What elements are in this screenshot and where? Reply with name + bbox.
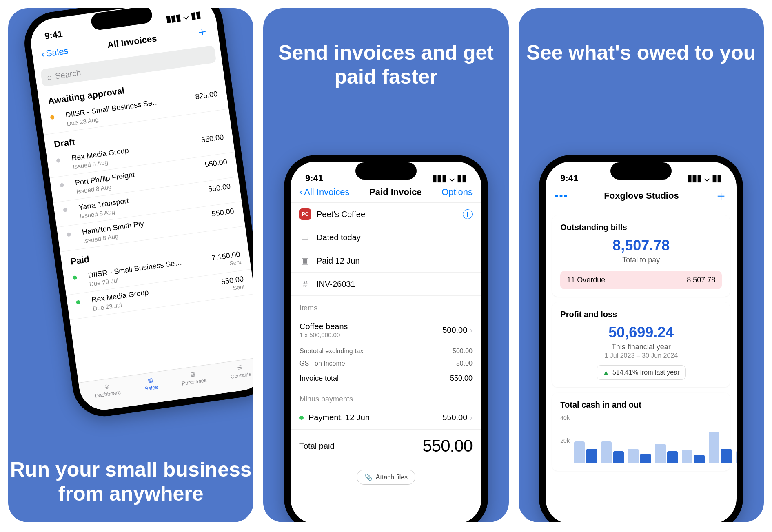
status-dot-icon	[299, 416, 304, 420]
options-button[interactable]: Options	[441, 187, 473, 197]
pl-amount: 50,699.24	[560, 324, 722, 341]
outstanding-bills-card[interactable]: Outstanding bills 8,507.78 Total to pay …	[552, 215, 730, 297]
back-button[interactable]: ‹ All Invoices	[299, 187, 350, 197]
tab-dashboard[interactable]: ◎ Dashboard	[93, 381, 121, 399]
bar-group	[709, 432, 732, 463]
axis-tick-20: 20k	[560, 437, 570, 444]
screen-dashboard: 9:41 ▮▮▮ ⌵ ▮▮ ••• Foxglove Studios ＋ Out…	[546, 162, 737, 522]
chevron-left-icon: ‹	[41, 49, 45, 60]
subtotal-label: Subtotal excluding tax	[299, 348, 364, 355]
phone-frame: 9:41 ▮▮▮ ⌵ ▮▮ ••• Foxglove Studios ＋ Out…	[539, 155, 743, 522]
overdue-label: 11 Overdue	[567, 276, 605, 284]
status-dot-icon	[67, 232, 71, 237]
bar-group	[601, 441, 624, 463]
add-button[interactable]: ＋	[195, 22, 210, 42]
card-title: Total cash in and out	[560, 400, 722, 410]
contact-name: Peet's Coffee	[317, 210, 365, 219]
info-icon[interactable]: i	[463, 209, 473, 219]
back-label: Sales	[45, 46, 69, 59]
bar-group	[736, 451, 737, 463]
bar-cash-in	[655, 444, 666, 463]
gst-value: 50.00	[456, 360, 473, 367]
invoice-amount: 550.00	[204, 157, 228, 169]
axis-tick-40: 40k	[560, 415, 570, 421]
chevron-right-icon: ›	[470, 326, 473, 335]
search-placeholder: Search	[55, 68, 82, 81]
invoice-amount: 550.00	[208, 182, 231, 193]
document-icon: ▤	[147, 377, 153, 384]
promo-panel-2: Send invoices and get paid faster 9:41 ▮…	[263, 8, 508, 522]
total-paid-label: Total paid	[299, 441, 335, 451]
tab-label: Dashboard	[95, 389, 121, 399]
overdue-amount: 8,507.78	[687, 276, 715, 284]
hash-icon: #	[299, 278, 311, 290]
status-time: 9:41	[560, 173, 578, 184]
cash-bar-chart: 40k 20k	[560, 415, 722, 463]
bar-cash-out	[613, 451, 624, 463]
tab-purchases[interactable]: ▥ Purchases	[180, 369, 207, 386]
bar-cash-out	[586, 449, 597, 463]
invoice-amount: 550.00	[211, 207, 235, 218]
date-row[interactable]: ▭ Dated today	[291, 226, 481, 249]
back-button[interactable]: ‹ Sales	[41, 46, 69, 60]
status-icons: ▮▮▮ ⌵ ▮▮	[687, 173, 722, 184]
item-name: Coffee beans	[299, 322, 348, 331]
bar-cash-in	[709, 432, 719, 463]
panel-tagline: Send invoices and get paid faster	[263, 41, 508, 89]
tab-sales[interactable]: ▤ Sales	[143, 376, 158, 392]
status-dot-icon	[63, 208, 67, 212]
profit-loss-card[interactable]: Profit and loss 50,699.24 This financial…	[552, 302, 730, 387]
wifi-icon: ⌵	[182, 11, 189, 22]
dashboard-icon: ◎	[104, 383, 109, 390]
cart-icon: ▥	[190, 371, 196, 378]
chevron-right-icon: ›	[470, 413, 473, 422]
gst-label: GST on Income	[299, 360, 345, 367]
tab-label: Purchases	[181, 377, 207, 386]
bills-amount: 8,507.78	[560, 237, 722, 254]
minus-payments-label: Minus payments	[291, 387, 481, 406]
bills-sub: Total to pay	[560, 256, 722, 264]
screen-paid-invoice: 9:41 ▮▮▮ ⌵ ▮▮ ‹ All Invoices Paid Invoic…	[291, 162, 481, 522]
card-title: Profit and loss	[560, 310, 722, 319]
cash-card[interactable]: Total cash in and out 40k 20k	[552, 393, 730, 471]
gst-row: GST on Income 50.00	[291, 357, 481, 370]
screen-all-invoices: 9:41 ▮▮▮ ⌵ ▮▮ ‹ Sales All Invoices ＋ ⌕ S…	[28, 8, 253, 413]
total-paid-row: Total paid 550.00	[291, 429, 481, 462]
invoice-total-row: Invoice total 550.00	[291, 370, 481, 387]
status-time: 9:41	[305, 173, 323, 184]
payment-row[interactable]: Payment, 12 Jun 550.00 ›	[291, 406, 481, 429]
pl-sub: This financial year	[560, 343, 722, 351]
bar-cash-in	[736, 451, 737, 463]
more-button[interactable]: •••	[555, 190, 568, 202]
signal-icon: ▮▮▮	[166, 12, 182, 24]
search-icon: ⌕	[47, 72, 53, 82]
calendar-check-icon: ▣	[299, 255, 311, 266]
signal-icon: ▮▮▮	[687, 173, 702, 184]
tab-label: Contacts	[230, 371, 252, 380]
add-button[interactable]: ＋	[714, 187, 728, 205]
pl-period: 1 Jul 2023 – 30 Jun 2024	[560, 352, 722, 359]
attach-label: Attach files	[376, 474, 408, 481]
battery-icon: ▮▮	[457, 173, 467, 184]
battery-icon: ▮▮	[190, 9, 201, 21]
wifi-icon: ⌵	[704, 173, 710, 184]
status-dot-icon	[56, 158, 60, 163]
invoice-number-row[interactable]: # INV-26031	[291, 273, 481, 296]
tab-contacts[interactable]: ☰ Contacts	[229, 363, 252, 380]
bar-cash-out	[667, 451, 678, 463]
payment-name: Payment, 12 Jun	[308, 413, 370, 422]
bar-cash-in	[574, 441, 585, 463]
contact-row[interactable]: PC Peet's Coffee i	[291, 203, 481, 226]
tab-label: Sales	[144, 384, 158, 392]
card-title: Outstanding bills	[560, 223, 722, 232]
overdue-row[interactable]: 11 Overdue 8,507.78	[560, 271, 722, 289]
bar-cash-out	[721, 449, 732, 463]
attach-files-button[interactable]: 📎 Attach files	[357, 470, 415, 485]
line-item-row[interactable]: Coffee beans 1 x 500,000.00 500.00 ›	[291, 315, 481, 345]
status-dot-icon	[50, 115, 55, 120]
phone-frame: 9:41 ▮▮▮ ⌵ ▮▮ ‹ All Invoices Paid Invoic…	[284, 155, 488, 522]
paid-date-row[interactable]: ▣ Paid 12 Jun	[291, 249, 481, 273]
delta-badge: ▲ 514.41% from last year	[597, 365, 685, 380]
bar-cash-out	[640, 454, 651, 463]
invoice-amount: 825.00	[195, 90, 218, 101]
